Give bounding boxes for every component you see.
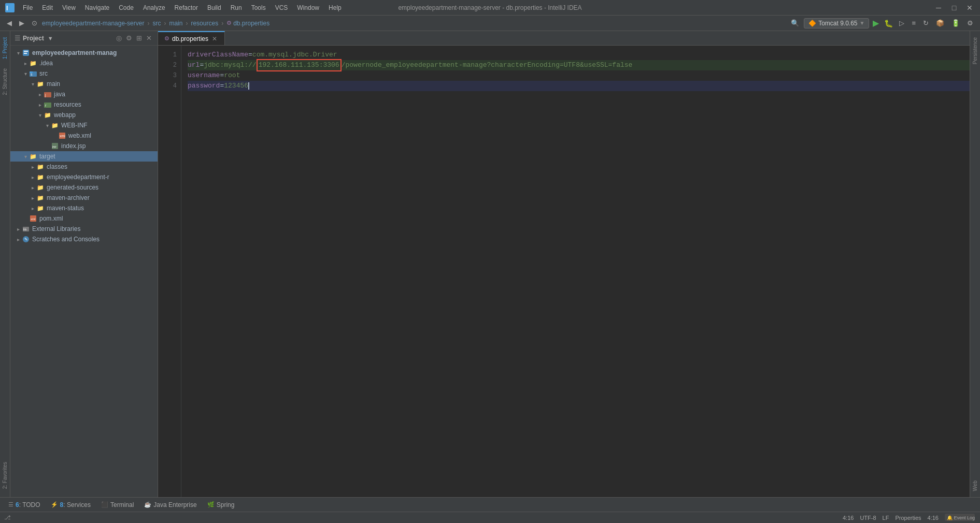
editor-tab-db-properties[interactable]: ⚙ db.properties ✕ <box>158 31 225 45</box>
panel-settings-button[interactable]: ⚙ <box>124 34 134 42</box>
breadcrumb-resources[interactable]: resources <box>191 20 218 27</box>
language-indicator[interactable]: Properties <box>895 515 921 521</box>
panel-expand-button[interactable]: ⊞ <box>135 34 144 42</box>
nav-back-button[interactable]: ◀ <box>4 18 15 28</box>
panel-locate-button[interactable]: ◎ <box>115 34 123 42</box>
web-tab[interactable]: Web <box>971 478 979 495</box>
expand-arrow-classes[interactable]: ▸ <box>29 163 36 170</box>
tree-item-resources[interactable]: ▸ r resources <box>10 99 158 110</box>
close-button[interactable]: ✕ <box>964 4 975 12</box>
nav-forward-button[interactable]: ▶ <box>17 18 27 28</box>
debug-button[interactable]: 🐛 <box>883 19 894 27</box>
favorites-tab[interactable]: 2: Favorites <box>1 458 9 493</box>
panel-close-button[interactable]: ✕ <box>145 34 153 42</box>
menu-navigate[interactable]: Navigate <box>81 3 113 12</box>
search-everywhere-button[interactable]: 🔍 <box>788 18 802 28</box>
editor-content[interactable]: 1 2 3 4 driverClassName=com.mysql.jdbc.D… <box>158 46 970 497</box>
run-configuration[interactable]: 🔶 Tomcat 9.0.65 ▼ <box>804 18 869 28</box>
run-button[interactable]: ▶ <box>871 18 880 28</box>
code-editor[interactable]: driverClassName=com.mysql.jdbc.Driver ur… <box>181 46 970 497</box>
spring-tab[interactable]: 🌿 Spring <box>203 500 239 510</box>
tree-item-indexjsp[interactable]: ▸ jsp index.jsp <box>10 141 158 151</box>
persistence-tab[interactable]: Persistence <box>971 33 979 68</box>
tree-item-extlibs[interactable]: ▸ lib External Libraries <box>10 224 158 234</box>
expand-arrow-main[interactable]: ▾ <box>29 80 36 88</box>
tree-item-gensources[interactable]: ▸ 📁 generated-sources <box>10 182 158 193</box>
project-tab-left[interactable]: 1: Project <box>1 33 9 63</box>
tree-item-webinf[interactable]: ▾ 📁 WEB-INF <box>10 120 158 130</box>
menu-window[interactable]: Window <box>293 3 323 12</box>
more-actions-button[interactable]: ≡ <box>909 18 918 28</box>
menu-analyze[interactable]: Analyze <box>139 3 169 12</box>
expand-arrow-resources[interactable]: ▸ <box>36 101 44 108</box>
panel-toggle-icon[interactable]: ☰ <box>15 34 21 42</box>
tree-item-main[interactable]: ▾ 📁 main <box>10 79 158 89</box>
menu-tools[interactable]: Tools <box>247 3 270 12</box>
expand-arrow-extlibs[interactable]: ▸ <box>15 225 22 233</box>
expand-arrow-mavarchiver[interactable]: ▸ <box>29 194 36 201</box>
tab-bar: ⚙ db.properties ✕ <box>158 31 970 46</box>
expand-arrow-scratches[interactable]: ▸ <box>15 236 22 243</box>
tree-item-empmanage[interactable]: ▸ 📁 employeedepartment-r <box>10 172 158 182</box>
line-col-indicator[interactable]: 4:16 <box>843 515 854 521</box>
expand-arrow-java[interactable]: ▸ <box>36 91 44 98</box>
tree-item-target[interactable]: ▾ 📁 target <box>10 151 158 162</box>
minimize-button[interactable]: ─ <box>933 4 944 12</box>
run-with-coverage-button[interactable]: ▷ <box>897 18 907 28</box>
tree-item-pomxml[interactable]: ▸ xml pom.xml <box>10 213 158 224</box>
expand-arrow-webapp[interactable]: ▾ <box>36 111 44 119</box>
panel-dropdown-icon[interactable]: ▼ <box>48 35 53 41</box>
nav-jump-button[interactable]: ⊙ <box>29 18 40 28</box>
encoding-indicator[interactable]: UTF-8 <box>860 515 876 521</box>
tree-item-webapp[interactable]: ▾ 📁 webapp <box>10 110 158 120</box>
menu-vcs[interactable]: VCS <box>271 3 292 12</box>
menu-code[interactable]: Code <box>115 3 138 12</box>
tree-item-src[interactable]: ▾ s src <box>10 68 158 79</box>
expand-arrow-src[interactable]: ▾ <box>22 70 29 77</box>
services-tab[interactable]: ⚡ 8: Services <box>47 500 95 510</box>
todo-tab[interactable]: ☰ 6: TODO <box>4 500 45 510</box>
java-enterprise-tab[interactable]: ☕ Java Enterprise <box>140 500 201 510</box>
run-config-dropdown-icon[interactable]: ▼ <box>860 20 865 26</box>
expand-arrow-gensources[interactable]: ▸ <box>29 184 36 191</box>
breadcrumb-project[interactable]: employeedepartment-manage-server <box>42 20 144 27</box>
menu-view[interactable]: View <box>58 3 80 12</box>
expand-arrow-mavstatus[interactable]: ▸ <box>29 205 36 212</box>
menu-refactor[interactable]: Refactor <box>171 3 202 12</box>
menu-run[interactable]: Run <box>226 3 246 12</box>
terminal-tab[interactable]: ⬛ Terminal <box>97 500 138 510</box>
expand-arrow-root[interactable]: ▾ <box>15 49 22 56</box>
menu-file[interactable]: File <box>19 3 37 12</box>
menu-edit[interactable]: Edit <box>38 3 57 12</box>
breadcrumb-file[interactable]: db.properties <box>233 20 269 27</box>
tree-item-mavarchiver[interactable]: ▸ 📁 maven-archiver <box>10 193 158 203</box>
maximize-button[interactable]: □ <box>949 4 959 12</box>
code-key-2: url <box>188 60 200 70</box>
menu-build[interactable]: Build <box>203 3 225 12</box>
tree-item-webxml[interactable]: ▸ xml web.xml <box>10 130 158 141</box>
breadcrumb-main[interactable]: main <box>169 20 182 27</box>
power-save-button[interactable]: 🔋 <box>949 18 962 28</box>
code-eq-3: = <box>220 70 224 81</box>
expand-arrow-empmanage[interactable]: ▸ <box>29 173 36 181</box>
line-sep-indicator[interactable]: LF <box>883 515 889 521</box>
structure-tab-left[interactable]: 2: Structure <box>1 64 9 99</box>
breadcrumb-src[interactable]: src <box>152 20 161 27</box>
tree-item-idea[interactable]: ▸ 📁 .idea <box>10 58 158 68</box>
folder-resources-icon: r <box>44 100 52 109</box>
expand-arrow-webinf[interactable]: ▾ <box>44 122 51 129</box>
folder-webinf-icon: 📁 <box>51 121 59 129</box>
folder-main-icon: 📁 <box>36 80 45 88</box>
tree-item-classes[interactable]: ▸ 📁 classes <box>10 162 158 172</box>
tree-item-scratches[interactable]: ▸ ✎ Scratches and Consoles <box>10 234 158 244</box>
tab-close-button[interactable]: ✕ <box>211 35 218 42</box>
refresh-button[interactable]: ↻ <box>920 18 931 28</box>
menu-help[interactable]: Help <box>324 3 346 12</box>
main-toolbar-settings[interactable]: ⚙ <box>964 18 976 28</box>
tree-item-java[interactable]: ▸ j java <box>10 89 158 99</box>
tree-item-mavstatus[interactable]: ▸ 📁 maven-status <box>10 203 158 213</box>
tree-item-root[interactable]: ▾ employeedepartment-manag <box>10 48 158 58</box>
expand-arrow-target[interactable]: ▾ <box>22 153 29 160</box>
build-artifacts-button[interactable]: 📦 <box>933 18 947 28</box>
expand-arrow-idea[interactable]: ▸ <box>22 60 29 67</box>
